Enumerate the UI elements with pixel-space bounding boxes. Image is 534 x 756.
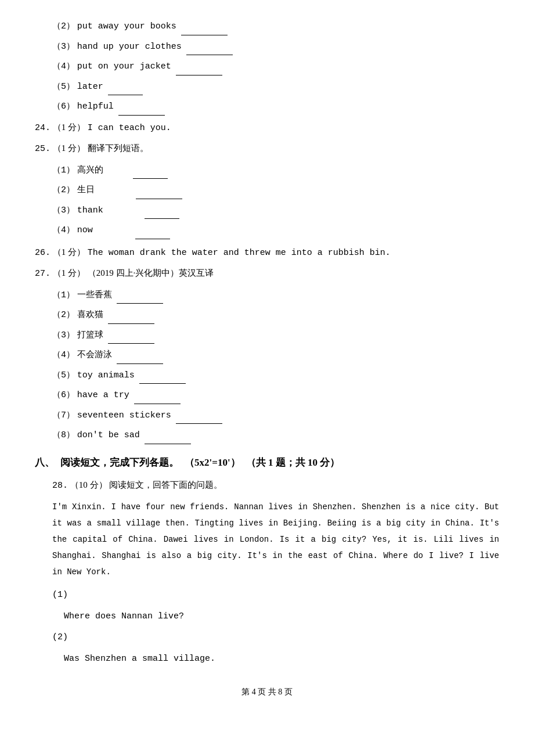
item-text: later	[77, 82, 103, 92]
item-num: （3）	[52, 330, 75, 340]
item-text: 高兴的	[77, 165, 103, 174]
item-num: （6）	[52, 390, 75, 400]
answer-blank[interactable]	[108, 95, 143, 95]
page-footer: 第 4 页 共 8 页	[35, 685, 499, 700]
item-num: （4）	[52, 225, 75, 235]
item-num: （3）	[52, 206, 75, 215]
q25-item-3: （3） thank	[52, 201, 499, 219]
item-text: put on your jacket	[77, 62, 171, 71]
section-title: 阅读短文，完成下列各题。	[60, 453, 179, 472]
item-num: （2）	[52, 310, 75, 320]
item-num: （1）	[52, 165, 75, 175]
answer-blank[interactable]	[186, 55, 233, 55]
q28-sub-2-question: Was Shenzhen a small village.	[64, 650, 499, 668]
q24-score: （1 分）	[53, 123, 85, 132]
answer-blank[interactable]	[135, 239, 170, 239]
section-label: 八、	[35, 453, 55, 472]
question-24: 24. （1 分） I can teach you.	[35, 119, 499, 137]
section-8-header: 八、 阅读短文，完成下列各题。 （5x2'=10'） （共 1 题；共 10 分…	[35, 453, 499, 472]
q26-label: 26.	[35, 248, 50, 258]
answer-blank[interactable]	[133, 178, 168, 179]
answer-blank[interactable]	[145, 218, 179, 219]
question-28: 28. （10 分） 阅读短文，回答下面的问题。	[52, 477, 499, 495]
item-text: thank	[77, 206, 103, 215]
item-text: now	[77, 225, 93, 235]
answer-blank[interactable]	[108, 343, 154, 344]
q28-sub-1-num: (1)	[52, 586, 499, 604]
question-26: 26. （1 分） The woman drank the water and …	[35, 244, 499, 262]
q27-item-5: （5） toy animals	[52, 366, 499, 384]
q23-continued: （2） put away your books （3） hand up your…	[35, 17, 499, 116]
question-25: 25. （1 分） 翻译下列短语。	[35, 140, 499, 158]
item-num: （5）	[52, 370, 75, 380]
q27-item-3: （3） 打篮球	[52, 326, 499, 344]
answer-blank[interactable]	[108, 323, 154, 324]
item-num: （6）	[52, 102, 75, 111]
q24-label: 24.	[35, 123, 50, 133]
q28-subquestions: (1) Where does Nannan live? (2) Was Shen…	[52, 586, 499, 667]
q28-score: （10 分）	[70, 480, 107, 489]
sub-num: (1)	[52, 590, 68, 600]
q23-item-2: （2） put away your books	[52, 17, 499, 35]
answer-blank[interactable]	[117, 303, 163, 304]
q28-sub-1-question: Where does Nannan live?	[64, 607, 499, 625]
q25-items: （1） 高兴的 （2） 生日 （3） thank （4） now	[35, 161, 499, 239]
q25-instruction: 翻译下列短语。	[88, 143, 149, 153]
item-text: hand up your clothes	[77, 42, 182, 52]
section-summary: （共 1 题；共 10 分）	[246, 453, 340, 472]
item-text: 一些香蕉	[77, 290, 112, 299]
answer-blank[interactable]	[145, 444, 191, 444]
answer-blank[interactable]	[181, 35, 228, 35]
item-text: 生日	[77, 185, 95, 194]
item-num: （8）	[52, 430, 75, 440]
sub-num: (2)	[52, 632, 68, 642]
item-num: （4）	[52, 350, 75, 360]
item-num: （3）	[52, 42, 75, 52]
item-text: don't be sad	[77, 430, 140, 440]
q23-item-4: （4） put on your jacket	[52, 57, 499, 75]
footer-text: 第 4 页 共 8 页	[241, 687, 293, 696]
q25-score: （1 分）	[53, 143, 85, 153]
question-27: 27. （1 分） （2019 四上·兴化期中）英汉互译	[35, 265, 499, 283]
q27-score: （1 分）	[53, 268, 85, 278]
item-num: （4）	[52, 62, 75, 71]
item-text: toy animals	[77, 370, 135, 380]
item-num: （7）	[52, 411, 75, 420]
q26-text: The woman drank the water and threw me i…	[88, 248, 391, 258]
q25-item-4: （4） now	[52, 221, 499, 239]
q28-instruction: 阅读短文，回答下面的问题。	[109, 480, 222, 489]
answer-blank[interactable]	[176, 75, 222, 75]
q23-item-5: （5） later	[52, 78, 499, 96]
answer-blank[interactable]	[134, 404, 181, 404]
item-text: put away your books	[77, 21, 176, 31]
section-scoring: （5x2'=10'）	[185, 453, 240, 472]
q23-item-6: （6） helpful	[52, 98, 499, 116]
item-num: （2）	[52, 185, 75, 195]
item-num: （1）	[52, 290, 75, 300]
reading-passage: I'm Xinxin. I have four new friends. Nan…	[52, 499, 499, 580]
q27-context: （2019 四上·兴化期中）英汉互译	[88, 268, 214, 278]
answer-blank[interactable]	[118, 115, 165, 116]
item-text: have a try	[77, 390, 129, 400]
sub-question-text: Was Shenzhen a small village.	[64, 654, 215, 664]
q27-item-2: （2） 喜欢猫	[52, 306, 499, 324]
sub-question-text: Where does Nannan live?	[64, 611, 184, 621]
q27-item-8: （8） don't be sad	[52, 426, 499, 444]
q25-item-2: （2） 生日	[52, 181, 499, 199]
answer-blank[interactable]	[176, 423, 222, 424]
q25-label: 25.	[35, 144, 50, 154]
q27-item-1: （1） 一些香蕉	[52, 286, 499, 304]
answer-blank[interactable]	[136, 199, 182, 199]
answer-blank[interactable]	[139, 383, 186, 384]
item-text: helpful	[77, 102, 114, 111]
q27-item-7: （7） seventeen stickers	[52, 406, 499, 424]
item-text: seventeen stickers	[77, 411, 171, 420]
item-num: （2）	[52, 21, 75, 31]
item-text: 打篮球	[77, 330, 103, 339]
item-num: （5）	[52, 82, 75, 92]
q24-text: I can teach you.	[88, 123, 171, 133]
answer-blank[interactable]	[117, 363, 163, 364]
q28-label: 28.	[52, 481, 68, 491]
q26-score: （1 分）	[53, 247, 85, 257]
q27-item-4: （4） 不会游泳	[52, 346, 499, 364]
